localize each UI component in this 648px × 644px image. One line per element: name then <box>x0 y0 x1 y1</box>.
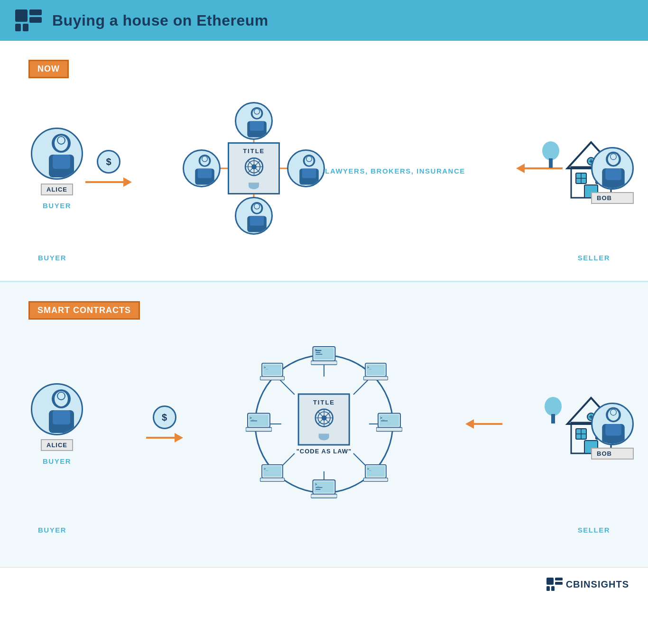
svg-rect-1 <box>29 9 42 15</box>
seller-name-label: BOB <box>591 192 634 204</box>
svg-rect-3 <box>15 24 21 31</box>
page-title: Buying a house on Ethereum <box>52 12 268 29</box>
svg-rect-2 <box>29 17 42 23</box>
sc-dollar-icon: $ <box>153 405 176 429</box>
inter-circle-right <box>287 149 325 187</box>
now-diagram: ALICE BUYER $ <box>28 92 620 244</box>
cbinsights-footer-logo: CBCBINSIGHTSINSIGHTS <box>546 577 629 591</box>
intermediary-role-label: LAWYERS, BROKERS, INSURANCE <box>325 167 465 175</box>
intermediary-top <box>235 102 273 140</box>
sc-title-label: TITLE <box>307 399 341 406</box>
title-document: TITLE <box>228 142 280 194</box>
svg-rect-20 <box>250 121 264 130</box>
sc-seller-actor: BOB <box>591 403 634 460</box>
seller-circle <box>591 147 634 190</box>
sc-ribbon <box>319 434 329 441</box>
cb-logo-text: CBCBINSIGHTSINSIGHTS <box>566 579 629 590</box>
sc-buyer-actor: ALICE BUYER <box>28 383 85 465</box>
arrow-head <box>123 177 132 187</box>
seller-actor: BOB <box>591 147 634 204</box>
svg-rect-149 <box>546 578 554 585</box>
svg-point-66 <box>611 154 616 159</box>
laptop-top: >_ <box>311 346 337 369</box>
svg-rect-71 <box>53 410 70 424</box>
svg-rect-147 <box>605 424 621 436</box>
svg-text:>_: >_ <box>264 467 268 471</box>
smart-contracts-badge: SMART CONTRACTS <box>28 301 140 320</box>
svg-point-39 <box>255 204 259 209</box>
sc-buyer-role: BUYER <box>43 457 71 465</box>
sc-buyer-name: ALICE <box>41 439 73 451</box>
header: Buying a house on Ethereum <box>0 0 648 41</box>
sc-arrow-head-left <box>465 419 474 429</box>
svg-point-73 <box>58 393 64 397</box>
svg-rect-151 <box>555 582 563 585</box>
svg-point-21 <box>255 109 259 114</box>
intermediary-bottom <box>235 197 273 235</box>
svg-rect-130 <box>551 414 555 423</box>
inter-circle-bottom <box>235 197 273 235</box>
svg-rect-153 <box>551 586 555 591</box>
svg-rect-150 <box>555 578 563 580</box>
svg-point-11 <box>58 137 64 142</box>
svg-text:>_: >_ <box>250 416 254 420</box>
svg-text:>_: >_ <box>367 467 371 471</box>
arrow-head <box>175 433 183 442</box>
laptop-topleft: >_ <box>260 362 285 384</box>
buyer-person-icon <box>41 130 82 177</box>
laptop-icon: >_ <box>311 346 337 367</box>
role-labels-now: BUYER SELLER <box>28 251 620 262</box>
sc-seller-arrow-group <box>465 419 502 429</box>
svg-point-27 <box>203 156 207 161</box>
sc-arrow-line <box>474 423 502 425</box>
intermediary-right <box>287 149 325 187</box>
ring-center-doc: TITLE "CODE AS LAW" <box>296 394 352 455</box>
sc-title-document: TITLE <box>298 394 350 446</box>
center-cluster: TITLE LAWYERS, BROKERS, INSURANCE <box>132 102 516 235</box>
svg-rect-9 <box>53 155 70 169</box>
svg-rect-26 <box>198 168 212 178</box>
svg-point-129 <box>545 397 562 416</box>
arrow-line <box>146 437 175 439</box>
sc-buyer-circle <box>31 383 83 435</box>
person-icon <box>243 104 271 138</box>
seller-person-icon <box>594 147 632 189</box>
footer: CBCBINSIGHTSINSIGHTS <box>0 567 648 601</box>
now-badge: NOW <box>28 60 69 78</box>
sc-seller-circle <box>591 403 634 445</box>
svg-point-89 <box>321 415 326 421</box>
svg-text:>_: >_ <box>380 416 385 420</box>
person-icon <box>243 199 271 232</box>
svg-rect-48 <box>549 158 553 168</box>
inter-circle-top <box>235 102 273 140</box>
cbinsights-logo-icon <box>14 9 43 32</box>
svg-rect-128 <box>363 478 388 481</box>
buyer-name-label: ALICE <box>41 184 73 195</box>
role-labels-sc: BUYER SELLER <box>28 524 620 548</box>
svg-rect-96 <box>311 361 337 365</box>
code-as-law-label: "CODE AS LAW" <box>296 448 352 455</box>
sc-tree-icon <box>541 396 565 431</box>
svg-point-46 <box>251 164 257 169</box>
svg-rect-102 <box>311 494 337 498</box>
seal-icon <box>241 155 267 181</box>
svg-rect-4 <box>23 24 28 31</box>
laptop-right: >_ <box>376 413 402 436</box>
buyer-circle <box>31 128 83 180</box>
sc-left-arrow <box>465 419 502 429</box>
laptop-icon: >_ <box>363 464 388 484</box>
buyer-role: BUYER <box>38 254 66 262</box>
laptop-icon: >_ <box>246 413 272 434</box>
sc-right-arrow <box>146 433 183 442</box>
seller-role: SELLER <box>578 254 610 262</box>
seller-group: BOB <box>563 138 620 199</box>
svg-rect-112 <box>376 428 402 432</box>
arrow-head-left <box>516 164 525 173</box>
laptop-icon: >_ <box>260 362 285 382</box>
svg-rect-124 <box>260 478 284 481</box>
svg-rect-32 <box>302 168 316 178</box>
laptop-left: >_ <box>246 413 272 436</box>
buyer-actor: ALICE BUYER <box>28 128 85 210</box>
svg-rect-152 <box>546 586 550 591</box>
laptop-bottomright: >_ <box>363 464 388 486</box>
